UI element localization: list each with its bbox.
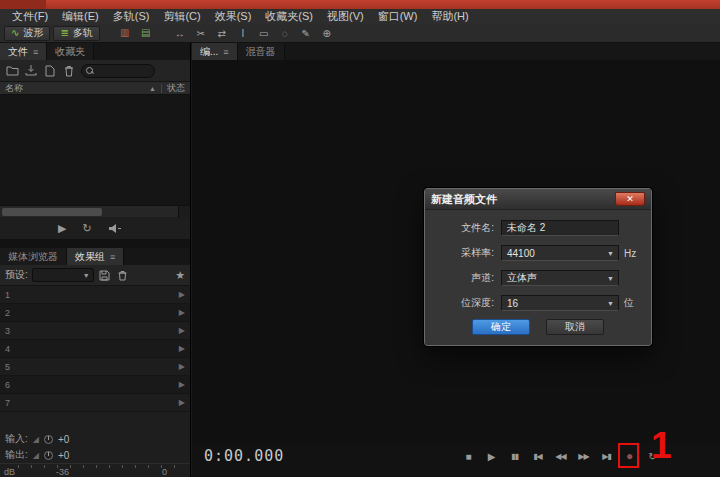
tab-files[interactable]: 文件 ≡ <box>0 43 47 60</box>
samplerate-select[interactable]: 44100 ▼ <box>501 245 619 261</box>
pause-button[interactable]: ▮▮ <box>503 446 526 466</box>
time-selection-tool-button[interactable]: I <box>234 26 252 41</box>
sort-ascending-icon[interactable]: ▲ <box>149 85 156 92</box>
column-name[interactable]: 名称 <box>5 82 23 95</box>
slot-arrow-icon[interactable]: ▶ <box>179 326 185 335</box>
menu-edit[interactable]: 编辑(E) <box>55 9 106 24</box>
cancel-button[interactable]: 取消 <box>546 319 604 335</box>
tab-effects-rack[interactable]: 效果组 ≡ <box>67 248 124 265</box>
spot-heal-tool-button[interactable]: ⊕ <box>318 26 336 41</box>
files-horizontal-scrollbar[interactable] <box>0 205 190 217</box>
slot-arrow-icon[interactable]: ▶ <box>179 362 185 371</box>
rack-slot[interactable]: 7 ▶ <box>0 394 190 412</box>
rack-slot[interactable]: 5 ▶ <box>0 358 190 376</box>
fader-icon[interactable]: ◢ <box>33 451 39 460</box>
multitrack-icon: ≣ <box>60 28 68 38</box>
audition-window: 文件(F) 编辑(E) 多轨(S) 剪辑(C) 效果(S) 收藏夹(S) 视图(… <box>0 0 720 477</box>
go-to-end-button[interactable]: ▶▮ <box>595 446 618 466</box>
pitch-display-button[interactable]: ▤ <box>137 26 155 41</box>
rewind-button[interactable]: ◀◀ <box>549 446 572 466</box>
delete-preset-icon[interactable] <box>116 268 130 282</box>
panel-menu-icon[interactable]: ≡ <box>33 47 38 57</box>
tab-media-browser[interactable]: 媒体浏览器 <box>0 248 67 265</box>
filename-input[interactable]: 未命名 2 <box>501 220 619 236</box>
output-gain-value: +0 <box>58 450 69 461</box>
preview-volume-icon[interactable] <box>108 223 122 234</box>
marquee-tool-button[interactable]: ▭ <box>255 26 273 41</box>
waveform-view-button[interactable]: ∿ 波形 <box>4 26 50 41</box>
rewind-icon: ◀◀ <box>555 452 565 461</box>
panel-menu-icon[interactable]: ≡ <box>223 47 228 57</box>
stop-button[interactable]: ■ <box>457 446 480 466</box>
slot-arrow-icon[interactable]: ▶ <box>179 398 185 407</box>
new-audio-file-dialog: 新建音频文件 ✕ 文件名: 未命名 2 采样率: 44100 ▼ Hz <box>424 188 652 346</box>
go-to-end-icon: ▶▮ <box>602 452 611 461</box>
open-file-icon[interactable] <box>5 64 19 78</box>
preview-play-icon[interactable]: ▶ <box>58 222 66 235</box>
ok-button[interactable]: 确定 <box>472 319 530 335</box>
move-tool-button[interactable]: ↔ <box>171 26 189 41</box>
delete-icon[interactable] <box>62 64 76 78</box>
rack-slot[interactable]: 1 ▶ <box>0 286 190 304</box>
spectral-display-button[interactable]: ▥ <box>116 26 134 41</box>
record-button[interactable]: ● <box>618 446 641 466</box>
dialog-titlebar[interactable]: 新建音频文件 ✕ <box>425 189 651 210</box>
chevron-down-icon: ▼ <box>607 250 614 257</box>
import-file-icon[interactable] <box>24 64 38 78</box>
menu-file[interactable]: 文件(F) <box>5 9 55 24</box>
rack-slot[interactable]: 3 ▶ <box>0 322 190 340</box>
menu-clip[interactable]: 剪辑(C) <box>156 9 207 24</box>
scrollbar-handle[interactable] <box>2 208 102 216</box>
editor-tabs: 编... ≡ 混音器 <box>192 43 720 60</box>
input-gain-knob[interactable] <box>44 435 53 444</box>
multitrack-view-button[interactable]: ≣ 多轨 <box>53 26 99 41</box>
files-panel-tabs: 文件 ≡ 收藏夹 <box>0 43 190 60</box>
rack-slot[interactable]: 2 ▶ <box>0 304 190 322</box>
save-preset-icon[interactable] <box>98 268 112 282</box>
waveform-label: 波形 <box>23 26 43 40</box>
bitdepth-select[interactable]: 16 ▼ <box>501 295 619 311</box>
rack-slot[interactable]: 4 ▶ <box>0 340 190 358</box>
fast-forward-button[interactable]: ▶▶ <box>572 446 595 466</box>
output-gain-knob[interactable] <box>44 451 53 460</box>
razor-tool-button[interactable]: ✂ <box>192 26 210 41</box>
slot-arrow-icon[interactable]: ▶ <box>179 344 185 353</box>
panel-menu-icon[interactable]: ≡ <box>110 252 115 262</box>
new-file-icon[interactable] <box>43 64 57 78</box>
menu-help[interactable]: 帮助(H) <box>424 9 475 24</box>
rack-slot[interactable]: 6 ▶ <box>0 376 190 394</box>
file-list-empty[interactable] <box>0 95 190 205</box>
preview-loop-icon[interactable]: ↻ <box>82 222 91 235</box>
menu-window[interactable]: 窗口(W) <box>371 9 425 24</box>
favorite-star-icon[interactable]: ★ <box>175 269 185 282</box>
tab-favorites[interactable]: 收藏夹 <box>47 43 94 60</box>
slip-tool-button[interactable]: ⇄ <box>213 26 231 41</box>
close-button[interactable]: ✕ <box>615 192 645 206</box>
lasso-tool-button[interactable]: ◌ <box>276 26 294 41</box>
scrollbar-corner <box>178 206 190 218</box>
menu-multitrack[interactable]: 多轨(S) <box>106 9 157 24</box>
paintbrush-tool-button[interactable]: ✎ <box>297 26 315 41</box>
tab-editor[interactable]: 编... ≡ <box>192 43 238 60</box>
files-search-input[interactable] <box>81 64 155 78</box>
channels-select[interactable]: 立体声 ▼ <box>501 270 619 286</box>
menu-effects[interactable]: 效果(S) <box>208 9 259 24</box>
menu-view[interactable]: 视图(V) <box>320 9 371 24</box>
search-icon <box>86 67 93 74</box>
presets-dropdown[interactable]: ▼ <box>32 268 94 282</box>
go-to-start-button[interactable]: ▮◀ <box>526 446 549 466</box>
column-status[interactable]: 状态 <box>167 82 185 95</box>
filename-row: 文件名: 未命名 2 <box>435 219 641 237</box>
filename-label: 文件名: <box>435 221 501 235</box>
play-button[interactable]: ▶ <box>480 446 503 466</box>
slot-number: 5 <box>5 362 10 372</box>
tab-mixer[interactable]: 混音器 <box>238 43 285 60</box>
effects-rack-slots: 1 ▶ 2 ▶ 3 ▶ 4 ▶ 5 ▶ <box>0 286 190 412</box>
slot-arrow-icon[interactable]: ▶ <box>179 380 185 389</box>
time-selection-tool-icon: I <box>241 28 244 39</box>
slot-arrow-icon[interactable]: ▶ <box>179 290 185 299</box>
pause-icon: ▮▮ <box>511 452 518 461</box>
menu-favorites[interactable]: 收藏夹(S) <box>258 9 320 24</box>
fader-icon[interactable]: ◢ <box>33 435 39 444</box>
slot-arrow-icon[interactable]: ▶ <box>179 308 185 317</box>
